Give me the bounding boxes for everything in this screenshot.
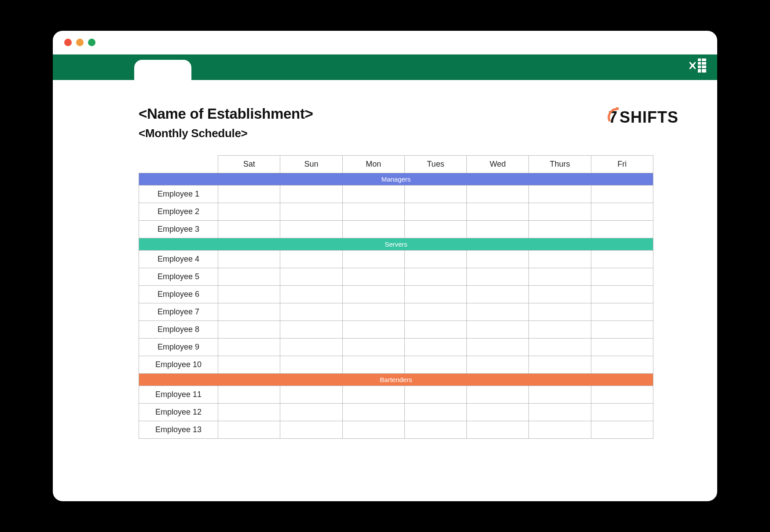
employee-name[interactable]: Employee 12 bbox=[139, 404, 218, 421]
establishment-title[interactable]: <Name of Establishment> bbox=[139, 106, 313, 122]
employee-name[interactable]: Employee 3 bbox=[139, 221, 218, 238]
schedule-cell[interactable] bbox=[342, 286, 404, 303]
schedule-cell[interactable] bbox=[467, 221, 529, 238]
schedule-cell[interactable] bbox=[404, 321, 466, 339]
schedule-cell[interactable] bbox=[467, 268, 529, 286]
schedule-cell[interactable] bbox=[591, 268, 653, 286]
schedule-cell[interactable] bbox=[529, 321, 591, 339]
schedule-cell[interactable] bbox=[342, 404, 404, 421]
day-header[interactable]: Sun bbox=[280, 156, 342, 173]
schedule-cell[interactable] bbox=[467, 286, 529, 303]
schedule-cell[interactable] bbox=[467, 251, 529, 268]
schedule-subtitle[interactable]: <Monthly Schedule> bbox=[139, 127, 313, 140]
schedule-cell[interactable] bbox=[591, 339, 653, 356]
schedule-cell[interactable] bbox=[280, 421, 342, 439]
schedule-cell[interactable] bbox=[404, 286, 466, 303]
day-header[interactable]: Mon bbox=[342, 156, 404, 173]
schedule-cell[interactable] bbox=[404, 404, 466, 421]
schedule-cell[interactable] bbox=[529, 251, 591, 268]
employee-name[interactable]: Employee 5 bbox=[139, 268, 218, 286]
schedule-cell[interactable] bbox=[591, 303, 653, 321]
employee-name[interactable]: Employee 8 bbox=[139, 321, 218, 339]
schedule-cell[interactable] bbox=[280, 303, 342, 321]
schedule-cell[interactable] bbox=[280, 186, 342, 203]
schedule-cell[interactable] bbox=[342, 268, 404, 286]
schedule-cell[interactable] bbox=[529, 186, 591, 203]
schedule-cell[interactable] bbox=[218, 268, 280, 286]
schedule-cell[interactable] bbox=[591, 356, 653, 374]
employee-name[interactable]: Employee 10 bbox=[139, 356, 218, 374]
schedule-cell[interactable] bbox=[529, 386, 591, 404]
schedule-cell[interactable] bbox=[404, 203, 466, 221]
day-header[interactable]: Thurs bbox=[529, 156, 591, 173]
schedule-cell[interactable] bbox=[591, 251, 653, 268]
zoom-dot[interactable] bbox=[88, 39, 95, 46]
schedule-cell[interactable] bbox=[467, 339, 529, 356]
schedule-cell[interactable] bbox=[467, 303, 529, 321]
schedule-cell[interactable] bbox=[591, 221, 653, 238]
day-header[interactable]: Tues bbox=[404, 156, 466, 173]
schedule-cell[interactable] bbox=[591, 421, 653, 439]
schedule-cell[interactable] bbox=[591, 186, 653, 203]
schedule-cell[interactable] bbox=[404, 339, 466, 356]
schedule-cell[interactable] bbox=[218, 421, 280, 439]
schedule-cell[interactable] bbox=[404, 251, 466, 268]
schedule-cell[interactable] bbox=[342, 386, 404, 404]
schedule-cell[interactable] bbox=[280, 203, 342, 221]
schedule-cell[interactable] bbox=[591, 203, 653, 221]
schedule-cell[interactable] bbox=[280, 268, 342, 286]
schedule-cell[interactable] bbox=[529, 303, 591, 321]
schedule-cell[interactable] bbox=[404, 303, 466, 321]
employee-name[interactable]: Employee 1 bbox=[139, 186, 218, 203]
schedule-cell[interactable] bbox=[404, 356, 466, 374]
schedule-cell[interactable] bbox=[591, 286, 653, 303]
schedule-cell[interactable] bbox=[467, 404, 529, 421]
close-dot[interactable] bbox=[64, 39, 72, 46]
employee-name[interactable]: Employee 2 bbox=[139, 203, 218, 221]
day-header[interactable]: Wed bbox=[467, 156, 529, 173]
schedule-cell[interactable] bbox=[218, 303, 280, 321]
schedule-cell[interactable] bbox=[218, 203, 280, 221]
schedule-cell[interactable] bbox=[218, 321, 280, 339]
schedule-cell[interactable] bbox=[467, 321, 529, 339]
schedule-cell[interactable] bbox=[467, 203, 529, 221]
schedule-cell[interactable] bbox=[404, 386, 466, 404]
schedule-cell[interactable] bbox=[280, 404, 342, 421]
schedule-cell[interactable] bbox=[404, 268, 466, 286]
schedule-cell[interactable] bbox=[342, 203, 404, 221]
schedule-cell[interactable] bbox=[529, 286, 591, 303]
schedule-cell[interactable] bbox=[280, 339, 342, 356]
schedule-cell[interactable] bbox=[529, 339, 591, 356]
schedule-cell[interactable] bbox=[467, 386, 529, 404]
employee-name[interactable]: Employee 9 bbox=[139, 339, 218, 356]
schedule-cell[interactable] bbox=[218, 286, 280, 303]
schedule-cell[interactable] bbox=[342, 339, 404, 356]
schedule-cell[interactable] bbox=[342, 221, 404, 238]
employee-name[interactable]: Employee 6 bbox=[139, 286, 218, 303]
schedule-cell[interactable] bbox=[529, 203, 591, 221]
schedule-cell[interactable] bbox=[467, 186, 529, 203]
schedule-cell[interactable] bbox=[342, 321, 404, 339]
schedule-cell[interactable] bbox=[404, 421, 466, 439]
minimize-dot[interactable] bbox=[76, 39, 84, 46]
schedule-cell[interactable] bbox=[529, 356, 591, 374]
schedule-cell[interactable] bbox=[218, 339, 280, 356]
employee-name[interactable]: Employee 4 bbox=[139, 251, 218, 268]
schedule-cell[interactable] bbox=[280, 386, 342, 404]
schedule-cell[interactable] bbox=[467, 421, 529, 439]
schedule-cell[interactable] bbox=[529, 404, 591, 421]
schedule-cell[interactable] bbox=[218, 356, 280, 374]
ribbon-active-tab[interactable] bbox=[134, 60, 191, 80]
schedule-cell[interactable] bbox=[529, 221, 591, 238]
schedule-cell[interactable] bbox=[218, 186, 280, 203]
employee-name[interactable]: Employee 11 bbox=[139, 386, 218, 404]
schedule-cell[interactable] bbox=[591, 386, 653, 404]
employee-name[interactable]: Employee 7 bbox=[139, 303, 218, 321]
schedule-cell[interactable] bbox=[342, 356, 404, 374]
schedule-cell[interactable] bbox=[218, 251, 280, 268]
schedule-cell[interactable] bbox=[280, 321, 342, 339]
day-header[interactable]: Sat bbox=[218, 156, 280, 173]
schedule-cell[interactable] bbox=[404, 186, 466, 203]
schedule-cell[interactable] bbox=[218, 221, 280, 238]
schedule-cell[interactable] bbox=[342, 186, 404, 203]
